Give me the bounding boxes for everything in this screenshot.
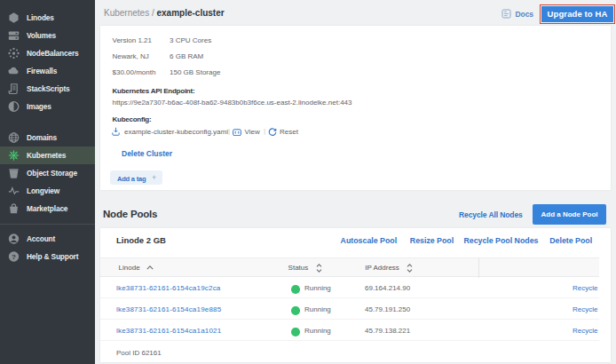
svg-text:?: ? [12,253,16,261]
